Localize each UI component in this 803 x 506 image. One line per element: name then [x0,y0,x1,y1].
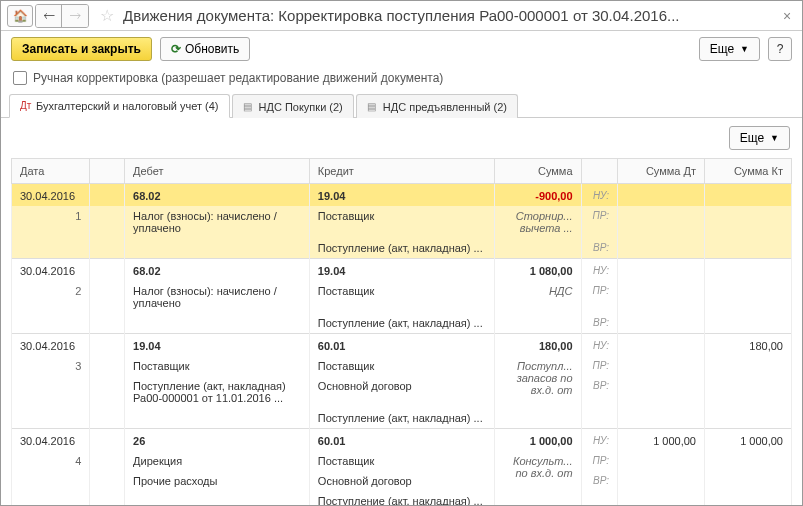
cell-spacer [704,376,791,408]
manual-edit-label: Ручная корректировка (разрешает редактир… [33,71,443,85]
cell-sum-kt: 1 000,00 [704,429,791,452]
cell-spacer [125,491,310,506]
cell-sum: 1 000,00 [494,429,581,452]
cell-credit-l2: Поступление (акт, накладная) ... [309,238,494,259]
cell-debit-l2: Поступление (акт, накладная) Ра00-000001… [125,376,310,408]
cell-spacer [618,491,705,506]
table-more-button[interactable]: Еще▼ [729,126,790,150]
more-label: Еще [710,42,734,56]
cell-label-nu: НУ: [581,259,618,282]
tab-vat-purchases[interactable]: ▤ НДС Покупки (2) [232,94,354,118]
cell-credit-l1: Поставщик [309,356,494,376]
cell-debit-l2: Прочие расходы [125,471,310,491]
more-button[interactable]: Еще▼ [699,37,760,61]
cell-spacer [618,206,705,238]
table-row[interactable]: 30.04.201619.0460.01180,00НУ:180,00 [12,334,792,357]
table-row[interactable]: Прочие расходыОсновной договорВР: [12,471,792,491]
cell-note: Сторнир... вычета ... [494,206,581,259]
cell-debit-l1: Налог (взносы): начислено / уплачено [125,206,310,238]
th-sum-dt[interactable]: Сумма Дт [618,159,705,184]
th-debit[interactable]: Дебет [125,159,310,184]
table-row[interactable]: Поступление (акт, накладная) ... [12,491,792,506]
cell-spacer [704,281,791,313]
help-button[interactable]: ? [768,37,792,61]
cell-credit-acc: 19.04 [309,184,494,207]
cell-spacer [618,408,705,429]
cell-spacer [704,206,791,238]
cell-spacer [618,238,705,259]
th-credit[interactable]: Кредит [309,159,494,184]
tab-vat-presented[interactable]: ▤ НДС предъявленный (2) [356,94,518,118]
table-row[interactable]: 3ПоставщикПоставщикПоступл... запасов по… [12,356,792,376]
cell-sum: 1 080,00 [494,259,581,282]
tab-label: НДС Покупки (2) [259,101,343,113]
tab-label: Бухгалтерский и налоговый учет (4) [36,100,219,112]
cell-debit-acc: 68.02 [125,184,310,207]
tab-label: НДС предъявленный (2) [383,101,507,113]
cell-label-nu: НУ: [581,184,618,207]
table-row[interactable]: 2Налог (взносы): начислено / уплаченоПос… [12,281,792,313]
list-icon: ▤ [367,101,379,113]
cell-label-pr: ПР: [581,451,618,471]
table-row[interactable]: Поступление (акт, накладная) ... [12,408,792,429]
table-row[interactable]: Поступление (акт, накладная) ...ВР: [12,313,792,334]
ledger-icon: Дт [20,100,32,112]
table-row[interactable]: 1Налог (взносы): начислено / уплаченоПос… [12,206,792,238]
cell-spacer [704,238,791,259]
cell-spacer [90,238,125,259]
table-row[interactable]: Поступление (акт, накладная) ...ВР: [12,238,792,259]
save-close-button[interactable]: Записать и закрыть [11,37,152,61]
page-title: Движения документа: Корректировка поступ… [123,7,778,24]
cell-spacer [581,408,618,429]
table-row[interactable]: 30.04.201668.0219.041 080,00НУ: [12,259,792,282]
cell-label-pr: ПР: [581,356,618,376]
th-sum[interactable]: Сумма [494,159,581,184]
cell-credit-l1: Поставщик [309,451,494,471]
manual-edit-checkbox[interactable] [13,71,27,85]
favorite-icon[interactable]: ☆ [97,6,117,26]
table-row[interactable]: Поступление (акт, накладная) Ра00-000001… [12,376,792,408]
chevron-down-icon: ▼ [740,44,749,54]
table-row[interactable]: 4ДирекцияПоставщикКонсульт... по вх.д. о… [12,451,792,471]
cell-date: 30.04.2016 [12,184,90,207]
th-num [90,159,125,184]
cell-spacer [618,471,705,491]
forward-button[interactable]: 🡒 [62,5,88,27]
cell-spacer [704,313,791,334]
home-button[interactable]: 🏠 [7,5,33,27]
cell-sum: -900,00 [494,184,581,207]
movements-table: Дата Дебет Кредит Сумма Сумма Дт Сумма К… [11,158,792,506]
cell-label-pr: ПР: [581,206,618,238]
cell-credit-l3: Поступление (акт, накладная) ... [309,408,494,429]
th-date[interactable]: Дата [12,159,90,184]
cell-note: Поступл... запасов по вх.д. от [494,356,581,429]
cell-sum-dt: 1 000,00 [618,429,705,452]
cell-label-nu: НУ: [581,429,618,452]
th-sum-kt[interactable]: Сумма Кт [704,159,791,184]
close-button[interactable]: × [778,8,796,24]
cell-sum-kt: 180,00 [704,334,791,357]
back-button[interactable]: 🡐 [36,5,62,27]
cell-spacer [618,281,705,313]
cell-debit-acc: 26 [125,429,310,452]
chevron-down-icon: ▼ [770,133,779,143]
cell-spacer [90,376,125,408]
table-row[interactable]: 30.04.20162660.011 000,00НУ:1 000,001 00… [12,429,792,452]
cell-debit-l2 [125,313,310,334]
cell-credit-l3: Поступление (акт, накладная) ... [309,491,494,506]
cell-debit-l1: Поставщик [125,356,310,376]
cell-sum-kt [704,259,791,282]
tab-accounting[interactable]: Дт Бухгалтерский и налоговый учет (4) [9,94,230,118]
cell-spacer [618,451,705,471]
table-row[interactable]: 30.04.201668.0219.04-900,00НУ: [12,184,792,207]
cell-spacer [704,451,791,471]
cell-label-vr: ВР: [581,471,618,491]
refresh-button[interactable]: ⟳ Обновить [160,37,250,61]
cell-credit-l1: Поставщик [309,206,494,238]
cell-row-num: 4 [12,451,90,506]
tabs-bar: Дт Бухгалтерский и налоговый учет (4) ▤ … [1,93,802,118]
cell-label-nu: НУ: [581,334,618,357]
cell-spacer [125,408,310,429]
cell-sum-kt [704,184,791,207]
th-spacer [581,159,618,184]
